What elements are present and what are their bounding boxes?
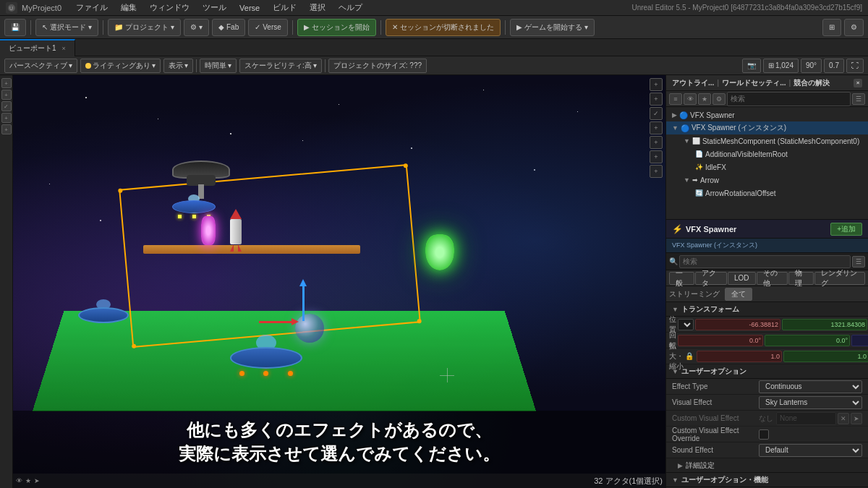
left-strip-btn-2[interactable]: + (1, 90, 12, 100)
session-cut-btn[interactable]: ✕ セッションが切断されました (386, 19, 501, 36)
visual-effect-dropdown[interactable]: Sky Lanterns (759, 396, 862, 409)
outliner-item-4[interactable]: ✨ IdleFX (666, 160, 868, 174)
outliner-tool-1[interactable]: ≡ (669, 93, 682, 105)
settings-right-btn[interactable]: ⚙ (844, 19, 864, 36)
custom-visual-arrow-btn[interactable]: ➤ (851, 413, 862, 424)
menu-verse[interactable]: Verse (234, 2, 265, 14)
viewport-tab-close[interactable]: × (62, 45, 66, 52)
time-btn[interactable]: 時間単 ▾ (200, 59, 237, 73)
cat-tab-lod[interactable]: LOD (728, 272, 756, 285)
add-component-btn[interactable]: +追加 (830, 223, 862, 236)
outliner-item-5[interactable]: ▼ ➡ Arrow (666, 174, 868, 187)
outliner-close-btn[interactable]: × (854, 79, 862, 87)
outliner-item-6[interactable]: 🔄 ArrowRotationalOffset (666, 187, 868, 200)
star (49, 184, 50, 184)
detailed-settings-header[interactable]: ▶ 詳細設定 (666, 458, 868, 473)
menu-edit[interactable]: 編集 (115, 1, 142, 14)
vp-plus2-btn[interactable]: + (650, 136, 663, 149)
viewport[interactable]: 他にも多くのエフェクトがあるので、 実際に表示させて選んでみてください。 + +… (13, 75, 665, 488)
user-options-section-header[interactable]: ▼ ユーザーオプション (666, 364, 868, 379)
menu-build[interactable]: ビルド (267, 1, 302, 14)
transform-section-header[interactable]: ▼ トランスフォーム (666, 302, 868, 317)
open-session-btn[interactable]: ▶ セッションを開始 (297, 19, 376, 36)
viewport-tab-1[interactable]: ビューポート1 × (0, 39, 75, 56)
settings-btn[interactable]: ⚙ ▾ (184, 19, 209, 36)
menu-tools[interactable]: ツール (197, 1, 232, 14)
show-btn[interactable]: 表示 ▾ (163, 59, 193, 73)
vp-bottom-star-btn[interactable]: ★ (25, 477, 31, 484)
user-options-functions-header[interactable]: ▼ ユーザーオプション・機能 (666, 473, 868, 487)
resolution-btn[interactable]: ⊞ 1,024 (763, 59, 799, 73)
left-strip-btn-4[interactable]: + (1, 113, 12, 123)
star (534, 169, 535, 171)
vp-plus3-btn[interactable]: + (650, 150, 663, 163)
effect-type-dropdown[interactable]: Continuous (759, 380, 862, 393)
maximize-btn[interactable]: ⛶ (846, 59, 864, 73)
toolbar-sep-3 (292, 20, 293, 35)
left-strip-btn-5[interactable]: + (1, 124, 12, 134)
verse-btn[interactable]: ✓ Verse (248, 19, 288, 36)
rotation-x-input[interactable] (678, 335, 763, 346)
cat-tab-rendering[interactable]: レンダリング (814, 272, 865, 285)
outliner-tool-3[interactable]: ★ (698, 93, 711, 105)
outliner-item-2[interactable]: ▼ ⬜ StaticMeshComponent (StaticMeshCompo… (666, 134, 868, 147)
camera-speed-btn[interactable]: 📷 (742, 59, 761, 73)
position-dropdown[interactable] (678, 319, 694, 330)
tree-icon-4: ✨ (695, 163, 703, 171)
perspective-btn[interactable]: パースペクティブ ▾ (4, 59, 77, 73)
outliner-item-0[interactable]: ▶ 🔵 VFX Spawner (666, 108, 868, 121)
rotation-y-input[interactable] (765, 335, 850, 346)
details-search-input[interactable] (679, 255, 851, 268)
left-strip-btn-1[interactable]: + (1, 78, 12, 88)
menu-select[interactable]: 選択 (304, 1, 331, 14)
save-btn[interactable]: 💾 (4, 19, 26, 36)
outliner-item-1[interactable]: ▼ 🔵 VFX Spawner (インスタンス) (666, 121, 868, 134)
position-y-input[interactable] (782, 319, 867, 330)
play-btn[interactable]: ▶ ゲームを開始する ▾ (510, 19, 595, 36)
tree-icon-1: 🔵 (681, 124, 689, 132)
cat-tab-other[interactable]: その他 (757, 272, 788, 285)
dropdown-arrow-2-icon: ▾ (171, 23, 174, 31)
layout-icon: ⊞ (829, 23, 835, 31)
outliner-item-3[interactable]: 📄 AdditionalVisibleItemRoot (666, 147, 868, 160)
rotation-z-input[interactable] (851, 335, 868, 346)
tree-arrow-0: ▶ (672, 111, 677, 119)
cat-tab-actor[interactable]: アクタ (695, 272, 727, 285)
fab-btn[interactable]: ◆ Fab (212, 19, 245, 36)
scale-x-input[interactable] (697, 351, 782, 362)
vp-grid-btn[interactable]: + (650, 78, 663, 91)
streaming-all-tab[interactable]: 全て (725, 288, 752, 301)
project-btn[interactable]: 📁 プロジェクト ▾ (108, 19, 181, 36)
sound-effect-dropdown[interactable]: Default (759, 444, 862, 457)
tree-icon-2: ⬜ (692, 137, 700, 145)
vp-bottom-eye-btn[interactable]: 👁 (16, 477, 22, 484)
cat-tab-physics[interactable]: 物理 (788, 272, 814, 285)
outliner-list-btn[interactable]: ☰ (852, 93, 865, 105)
menu-help[interactable]: ヘルプ (333, 1, 368, 14)
scale-y-input[interactable] (783, 351, 868, 362)
outliner-search-input[interactable] (727, 92, 851, 106)
star (302, 140, 303, 141)
near-clip-btn[interactable]: 0.7 (824, 59, 844, 73)
vp-check-btn[interactable]: ✓ (650, 107, 663, 120)
vp-plus-btn[interactable]: + (650, 121, 663, 134)
vp-plus4-btn[interactable]: + (650, 165, 663, 178)
layout-btn[interactable]: ⊞ (822, 19, 841, 36)
menu-window[interactable]: ウィンドウ (144, 1, 195, 14)
vp-grid2-btn[interactable]: + (650, 93, 663, 106)
outliner-tool-2[interactable]: 👁 (684, 93, 697, 105)
menu-file[interactable]: ファイル (70, 1, 114, 14)
custom-override-checkbox[interactable] (759, 429, 769, 440)
scalability-btn[interactable]: スケーラビリティ:高 ▾ (239, 59, 322, 73)
vp-bottom-arrow-btn[interactable]: ➤ (34, 477, 40, 484)
select-mode-btn[interactable]: ↖ 選択モード ▾ (35, 19, 98, 36)
lighting-btn[interactable]: ライティングあり ▾ (80, 59, 161, 73)
project-size-btn[interactable]: プロジェクトのサイズ: ??? (328, 59, 427, 73)
details-list-btn[interactable]: ☰ (852, 256, 865, 267)
position-x-input[interactable] (695, 319, 780, 330)
left-strip-btn-3[interactable]: ✓ (1, 101, 12, 111)
outliner-tool-4[interactable]: ⚙ (712, 93, 726, 105)
custom-visual-clear-btn[interactable]: ✕ (838, 413, 849, 424)
angle-btn[interactable]: 90° (801, 59, 822, 73)
cat-tab-general[interactable]: 一般 (669, 272, 694, 285)
